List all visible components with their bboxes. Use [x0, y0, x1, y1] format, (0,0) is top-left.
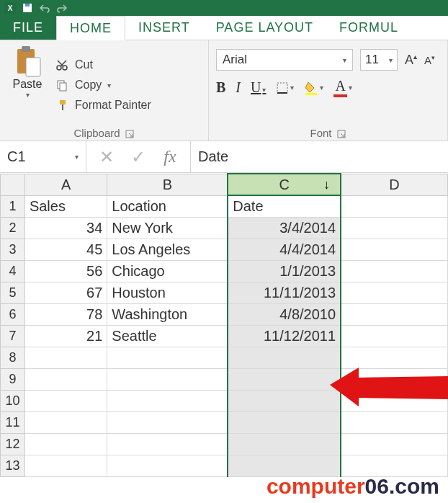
- bold-button[interactable]: B: [216, 79, 225, 96]
- cell[interactable]: 56: [24, 261, 107, 282]
- cell[interactable]: [228, 412, 341, 434]
- cell[interactable]: [107, 347, 228, 369]
- cell[interactable]: 45: [24, 239, 107, 261]
- name-box[interactable]: C1 ▾: [0, 141, 86, 172]
- cell[interactable]: 11/11/2013: [228, 282, 341, 304]
- tab-page-layout[interactable]: PAGE LAYOUT: [203, 16, 326, 40]
- enter-button[interactable]: ✓: [130, 147, 147, 167]
- column-header-a[interactable]: A: [24, 174, 107, 195]
- cell[interactable]: Los Angeles: [107, 239, 228, 261]
- row-header[interactable]: 9: [1, 369, 25, 391]
- formula-input[interactable]: [191, 141, 448, 172]
- chevron-down-icon[interactable]: ▾: [107, 81, 111, 89]
- cell[interactable]: [228, 369, 341, 391]
- select-all-corner[interactable]: [1, 174, 25, 195]
- cell[interactable]: 4/8/2010: [228, 304, 341, 326]
- column-header-c[interactable]: C ↓: [228, 174, 341, 195]
- cell[interactable]: Washington: [107, 304, 228, 326]
- cell[interactable]: Houston: [107, 282, 228, 304]
- save-icon[interactable]: [22, 2, 33, 14]
- row-header[interactable]: 3: [1, 239, 25, 261]
- cell[interactable]: 3/4/2014: [228, 218, 341, 239]
- cell[interactable]: [228, 434, 341, 455]
- cell[interactable]: [107, 412, 228, 434]
- cell[interactable]: [107, 369, 228, 391]
- row-header[interactable]: 10: [1, 391, 25, 412]
- row-header[interactable]: 6: [1, 304, 25, 326]
- paste-button[interactable]: Paste ▾: [7, 45, 48, 125]
- row-header[interactable]: 2: [1, 218, 25, 239]
- cell[interactable]: [24, 391, 107, 412]
- column-header-d[interactable]: D: [341, 174, 447, 195]
- cell[interactable]: 34: [24, 218, 107, 239]
- tab-home[interactable]: HOME: [56, 16, 125, 40]
- format-painter-button[interactable]: Format Painter: [55, 98, 151, 112]
- dialog-launcher-icon[interactable]: [336, 128, 346, 138]
- cell[interactable]: [341, 391, 447, 412]
- cell[interactable]: New York: [107, 218, 228, 239]
- cell[interactable]: [341, 369, 447, 391]
- cell[interactable]: 78: [24, 304, 107, 326]
- row-header[interactable]: 4: [1, 261, 25, 282]
- dialog-launcher-icon[interactable]: [125, 128, 135, 138]
- cell[interactable]: [24, 347, 107, 369]
- cell[interactable]: [228, 391, 341, 412]
- cell[interactable]: 11/12/2011: [228, 326, 341, 347]
- row-header[interactable]: 13: [1, 455, 25, 477]
- tab-file[interactable]: FILE: [0, 16, 56, 40]
- cell[interactable]: 1/1/2013: [228, 261, 341, 282]
- tab-formulas[interactable]: FORMUL: [326, 16, 411, 40]
- insert-function-button[interactable]: fx: [161, 147, 179, 166]
- redo-icon[interactable]: [56, 2, 68, 14]
- row-header[interactable]: 1: [1, 195, 25, 218]
- fill-color-button[interactable]: ▾: [304, 81, 323, 95]
- cell[interactable]: Sales: [24, 195, 107, 218]
- cancel-button[interactable]: ✕: [98, 147, 115, 167]
- cell[interactable]: [341, 218, 447, 239]
- cell[interactable]: [228, 455, 341, 477]
- cell[interactable]: [107, 434, 228, 455]
- row-header[interactable]: 5: [1, 282, 25, 304]
- font-size-combo[interactable]: 11 ▾: [360, 49, 398, 71]
- cut-button[interactable]: Cut: [55, 58, 151, 72]
- font-name-combo[interactable]: Arial ▾: [216, 49, 353, 71]
- tab-insert[interactable]: INSERT: [125, 16, 203, 40]
- cell[interactable]: [24, 369, 107, 391]
- cell[interactable]: Chicago: [107, 261, 228, 282]
- cell[interactable]: [24, 434, 107, 455]
- cell[interactable]: [341, 434, 447, 455]
- decrease-font-button[interactable]: A▾: [424, 54, 435, 66]
- cell[interactable]: [341, 304, 447, 326]
- cell[interactable]: [341, 239, 447, 261]
- row-header[interactable]: 12: [1, 434, 25, 455]
- cell[interactable]: Seattle: [107, 326, 228, 347]
- cell[interactable]: [24, 455, 107, 477]
- underline-button[interactable]: U▾: [251, 79, 266, 96]
- cell[interactable]: [341, 282, 447, 304]
- column-header-b[interactable]: B: [107, 174, 228, 195]
- cell[interactable]: [341, 261, 447, 282]
- row-header[interactable]: 8: [1, 347, 25, 369]
- row-header[interactable]: 11: [1, 412, 25, 434]
- chevron-down-icon[interactable]: ▾: [26, 91, 30, 99]
- cell[interactable]: [24, 412, 107, 434]
- cell[interactable]: [341, 347, 447, 369]
- row-header[interactable]: 7: [1, 326, 25, 347]
- cell[interactable]: [341, 195, 447, 218]
- cell[interactable]: [341, 412, 447, 434]
- cell[interactable]: [341, 326, 447, 347]
- cell[interactable]: [107, 391, 228, 412]
- cell[interactable]: 21: [24, 326, 107, 347]
- italic-button[interactable]: I: [236, 79, 241, 96]
- undo-icon[interactable]: [39, 2, 50, 14]
- font-color-button[interactable]: A ▾: [333, 78, 351, 97]
- increase-font-button[interactable]: A▴: [405, 53, 417, 68]
- copy-button[interactable]: Copy ▾: [55, 78, 151, 92]
- cell[interactable]: Location: [107, 195, 228, 218]
- cell[interactable]: [341, 455, 447, 477]
- cell[interactable]: 67: [24, 282, 107, 304]
- cell[interactable]: 4/4/2014: [228, 239, 341, 261]
- cell[interactable]: Date: [228, 195, 341, 218]
- borders-button[interactable]: ▾: [276, 81, 294, 94]
- cell[interactable]: [228, 347, 341, 369]
